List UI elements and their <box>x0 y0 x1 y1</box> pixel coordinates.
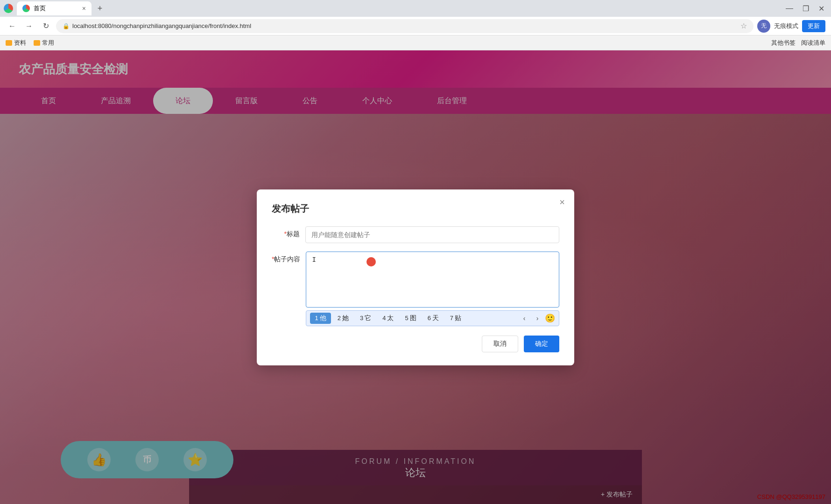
candidate-char: 天 <box>432 314 439 322</box>
ime-next-button[interactable]: › <box>532 313 543 324</box>
tab-title: 首页 <box>34 4 46 13</box>
ime-candidate-6[interactable]: 6 天 <box>423 313 444 324</box>
ime-prev-button[interactable]: ‹ <box>519 313 530 324</box>
url-text: localhost:8080/nongchanpinzhiliangangqua… <box>72 22 251 29</box>
bookmark-label: 资料 <box>14 39 26 47</box>
tab-bar: 首页 × + — ❐ ✕ <box>0 0 831 17</box>
ime-navigation: ‹ › <box>519 313 543 324</box>
ime-candidate-4[interactable]: 4 太 <box>378 313 398 324</box>
profile-area: 无 无痕模式 更新 <box>757 20 825 33</box>
cancel-button[interactable]: 取消 <box>482 336 518 352</box>
title-input[interactable] <box>305 226 559 243</box>
candidate-num: 7 <box>450 315 453 322</box>
ime-candidate-2[interactable]: 2 她 <box>333 313 353 324</box>
other-bookmarks-label[interactable]: 其他书签 <box>771 39 796 47</box>
bookmark-resources[interactable]: 资料 <box>6 39 26 47</box>
address-bar: ← → ↻ 🔒 localhost:8080/nongchanpinzhilia… <box>0 17 831 35</box>
minimize-button[interactable]: — <box>783 3 796 14</box>
restore-button[interactable]: ❐ <box>800 3 812 14</box>
folder-icon <box>34 40 40 46</box>
candidate-num: 5 <box>405 315 408 322</box>
title-row: *标题 <box>272 226 559 243</box>
content-row: *帖子内容 I 1 他 2 她 <box>272 252 559 326</box>
back-button[interactable]: ← <box>6 20 19 33</box>
refresh-button[interactable]: ↻ <box>39 20 52 33</box>
emoji-button[interactable]: 🙂 <box>545 313 555 323</box>
modal-close-button[interactable]: × <box>559 197 565 208</box>
other-bookmarks: 其他书签 阅读清单 <box>771 39 825 47</box>
bookmark-common[interactable]: 常用 <box>34 39 54 47</box>
close-window-button[interactable]: ✕ <box>816 3 827 14</box>
lock-icon: 🔒 <box>63 23 70 29</box>
title-label: *标题 <box>272 226 300 238</box>
ime-cursor-indicator <box>366 257 376 266</box>
content-textarea[interactable]: I <box>306 252 559 308</box>
bookmark-star-icon[interactable]: ☆ <box>740 21 747 30</box>
page-content: 农产品质量安全检测 首页 产品追溯 论坛 留言版 公告 个人中心 后台管理 FO… <box>0 50 831 504</box>
browser-logo-icon <box>4 4 13 13</box>
tab-favicon <box>22 5 30 12</box>
bookmarks-bar: 资料 常用 其他书签 阅读清单 <box>0 35 831 50</box>
content-label: *帖子内容 <box>272 252 300 264</box>
tab-actions: — ❐ ✕ <box>783 3 827 14</box>
post-modal: 发布帖子 × *标题 *帖子内容 I <box>257 189 574 365</box>
required-mark: * <box>284 230 287 238</box>
ime-candidate-7[interactable]: 7 贴 <box>445 313 466 324</box>
required-mark2: * <box>272 255 274 263</box>
address-field[interactable]: 🔒 localhost:8080/nongchanpinzhiliangangq… <box>56 19 754 33</box>
modal-overlay: 发布帖子 × *标题 *帖子内容 I <box>0 50 831 504</box>
ime-suggestion-bar: 1 他 2 她 3 它 4 太 <box>306 310 559 326</box>
ime-candidate-3[interactable]: 3 它 <box>355 313 376 324</box>
forward-button[interactable]: → <box>22 20 35 33</box>
browser-chrome: 首页 × + — ❐ ✕ ← → ↻ 🔒 localhost:8080/nong… <box>0 0 831 50</box>
candidate-char: 图 <box>410 314 416 322</box>
profile-label: 无痕模式 <box>774 22 798 30</box>
bookmark-label: 常用 <box>42 39 54 47</box>
ime-candidate-5[interactable]: 5 图 <box>400 313 421 324</box>
active-tab[interactable]: 首页 × <box>17 1 92 15</box>
candidate-char: 太 <box>387 314 394 322</box>
candidate-num: 6 <box>428 315 431 322</box>
reading-list-label[interactable]: 阅读清单 <box>801 39 825 47</box>
update-button[interactable]: 更新 <box>802 20 825 32</box>
ime-candidate-1[interactable]: 1 他 <box>310 313 331 324</box>
new-tab-button[interactable]: + <box>93 2 106 15</box>
tab-close-button[interactable]: × <box>82 5 86 12</box>
candidate-num: 2 <box>338 315 341 322</box>
folder-icon <box>6 40 12 46</box>
content-wrapper: I 1 他 2 她 3 <box>306 252 559 326</box>
confirm-button[interactable]: 确定 <box>524 336 559 352</box>
candidate-char: 他 <box>320 314 326 322</box>
candidate-char: 贴 <box>455 314 461 322</box>
candidate-num: 1 <box>315 315 318 322</box>
candidate-char: 它 <box>365 314 371 322</box>
modal-footer: 取消 确定 <box>272 336 559 352</box>
profile-avatar[interactable]: 无 <box>757 20 770 33</box>
candidate-char: 她 <box>342 314 349 322</box>
candidate-num: 4 <box>382 315 386 322</box>
modal-title: 发布帖子 <box>272 203 559 215</box>
candidate-num: 3 <box>360 315 363 322</box>
